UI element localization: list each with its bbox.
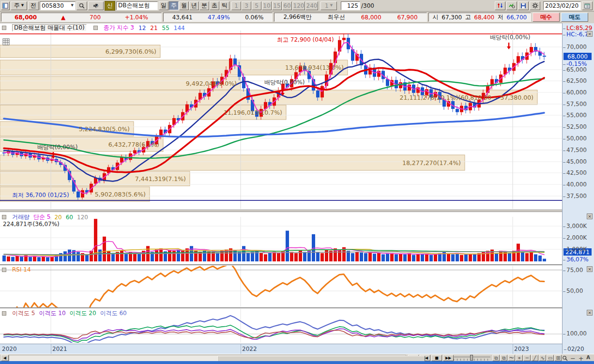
panel-square-icon xyxy=(2,268,6,272)
period-button-년[interactable]: 년 xyxy=(189,1,199,10)
window-cascade-icon[interactable]: ⧉ xyxy=(492,355,500,361)
period-button-월[interactable]: 월 xyxy=(179,1,189,10)
calendar-button[interactable] xyxy=(582,1,593,10)
price-chart-plot[interactable]: 6,299,730(6.0%)13,678,934(13.0%)9,492,04… xyxy=(0,23,562,354)
gear-icon xyxy=(532,2,538,9)
legend-item: 20 xyxy=(54,214,61,221)
zoom-out-button[interactable]: − xyxy=(570,355,578,361)
close-icon[interactable]: × xyxy=(587,31,593,37)
volume-profile-title[interactable]: DB손해보험 매물대 수(10) xyxy=(12,24,87,31)
zigzag-tool-icon[interactable]: 〜 xyxy=(508,355,515,361)
svg-text:6,299,730(6.0%): 6,299,730(6.0%) xyxy=(106,48,156,55)
svg-text:5,224,830(5.0%): 5,224,830(5.0%) xyxy=(79,125,130,133)
price-ma-legend: 종가 지수 3122155144 xyxy=(104,24,185,32)
minute-button-240[interactable]: 240 xyxy=(305,1,318,10)
last-volume-pct: 36,07% xyxy=(566,256,589,263)
volume-today: 43,641 xyxy=(172,14,193,21)
timeline-year-label: 2020 xyxy=(2,346,17,352)
window-tile-icon[interactable]: ⧉ xyxy=(500,355,507,361)
hline-tool-icon[interactable]: ─ xyxy=(523,355,531,361)
legend-item: 이격도 10 xyxy=(39,309,65,318)
svg-text:21,111,278(20.1%)(60,810.00 ~: 21,111,278(20.1%)(60,810.00 ~ 57,380.00) xyxy=(400,94,533,101)
scroll-left-button[interactable]: ◀ xyxy=(1,355,9,361)
minute-button-120[interactable]: 120 xyxy=(292,1,305,10)
fast-forward-button[interactable]: ▶▶ xyxy=(443,355,454,361)
prev-stock-button[interactable]: 전 xyxy=(28,1,39,10)
period-button-주[interactable]: 주 xyxy=(169,1,179,10)
crosshair-tool-icon[interactable]: ⌖ xyxy=(516,355,523,361)
speed-slider[interactable] xyxy=(454,355,489,361)
date-field[interactable]: 2023/02/20 xyxy=(543,1,581,10)
pattern-search-button[interactable] xyxy=(506,1,517,10)
close-icon[interactable]: × xyxy=(587,310,593,316)
slider-knob[interactable] xyxy=(470,355,473,361)
price-axis-label: 60,000 xyxy=(566,89,587,96)
turnover-pct: 0.06% xyxy=(245,14,263,21)
rsi-panel-header: RSI 14 xyxy=(2,266,31,273)
legend-item: 120 xyxy=(77,214,88,221)
minute-button-10[interactable]: 10 xyxy=(262,1,272,10)
period-button-group: 일주월년분초틱 xyxy=(159,1,229,10)
settings-button[interactable] xyxy=(530,1,540,10)
period-button-일[interactable]: 일 xyxy=(159,1,168,10)
minute-button-5[interactable]: 5 xyxy=(252,1,261,10)
panel-divider[interactable] xyxy=(0,264,562,265)
buy-button[interactable]: 매수 xyxy=(533,13,560,22)
minute-button-15[interactable]: 15 xyxy=(272,1,282,10)
zoom-in-button[interactable]: + xyxy=(578,355,586,361)
sell-button[interactable]: 매도 xyxy=(561,13,588,22)
open-label: 시 xyxy=(433,13,439,21)
calendar-icon xyxy=(584,3,590,9)
price-axis-label: 42,500 xyxy=(566,169,587,176)
quote-bar: 68,000 ▲ 700 +1.04% 43,641 47.49% 0.06% … xyxy=(0,12,594,23)
trendline-tool-icon[interactable]: ╱ xyxy=(531,355,538,361)
volume-ratio: 47.49% xyxy=(208,14,230,21)
search-button[interactable] xyxy=(76,1,87,10)
rsi-axis-label: 75,00 xyxy=(566,267,583,273)
timeframe-quick-combo[interactable]: 주▼ xyxy=(11,1,27,10)
close-icon[interactable]: × xyxy=(587,266,593,272)
wave-tool-icon[interactable]: ∿ xyxy=(539,355,546,361)
bar-count-total: /300 xyxy=(361,2,374,9)
legend-item: 이격도 5 xyxy=(12,309,35,318)
stop-button[interactable]: ■ xyxy=(431,355,442,361)
last-price-box: 68,000 xyxy=(564,53,592,60)
timeline-year-label: 2022 xyxy=(242,346,257,352)
high-price: 68,400 xyxy=(474,14,494,21)
legend-item: 55 xyxy=(162,25,169,31)
legend-item: 12 xyxy=(138,25,146,31)
window-icon[interactable] xyxy=(1,1,10,10)
period-button-분[interactable]: 분 xyxy=(199,1,209,10)
minute-combo[interactable]: 1▼ xyxy=(320,1,337,10)
svg-text:13,678,934(13.0%): 13,678,934(13.0%) xyxy=(285,64,344,71)
best-quote-label: 최우선 xyxy=(328,13,345,21)
volume-axis-label: 2,000K xyxy=(566,234,587,241)
eraser-tool-icon[interactable]: ▭ xyxy=(547,355,554,361)
sound-button[interactable]: ▼ xyxy=(88,1,104,10)
search-icon xyxy=(79,3,85,9)
bar-count-input[interactable]: 125 xyxy=(341,1,360,10)
minute-button-1[interactable]: 1 xyxy=(231,1,241,10)
period-button-틱[interactable]: 틱 xyxy=(220,1,229,10)
volume-axis-label: 3,000K xyxy=(566,223,587,229)
disparity-axis-label: 100,00 xyxy=(566,330,587,337)
close-icon[interactable]: × xyxy=(587,213,593,219)
svg-text:5,902,083(5.6%): 5,902,083(5.6%) xyxy=(95,191,146,198)
panel-divider[interactable] xyxy=(0,307,562,308)
price-axis-gutter: LC:85,29 HC:-6,72 68,000 -0,15% 224,871 … xyxy=(562,23,594,354)
chart-window-icon[interactable]: ⊞ xyxy=(554,355,562,361)
stock-code-combo[interactable]: 005830▼ xyxy=(40,1,76,10)
magnifier-icon[interactable] xyxy=(562,355,570,361)
stock-name-field[interactable]: DB손해보험 xyxy=(116,1,158,10)
minute-button-3[interactable]: 3 xyxy=(242,1,251,10)
compare-button[interactable] xyxy=(495,1,505,10)
save-button[interactable] xyxy=(518,1,529,10)
dropdown-icon: ▼ xyxy=(71,4,74,7)
panel-divider[interactable] xyxy=(0,210,562,212)
timeline-year-label: 2021 xyxy=(52,346,67,352)
period-button-초[interactable]: 초 xyxy=(210,1,219,10)
price-axis-label: 62,500 xyxy=(566,77,587,84)
chart-scrollbar[interactable] xyxy=(9,355,406,362)
minute-button-60[interactable]: 60 xyxy=(282,1,292,10)
font-size-button[interactable]: A xyxy=(586,355,594,361)
